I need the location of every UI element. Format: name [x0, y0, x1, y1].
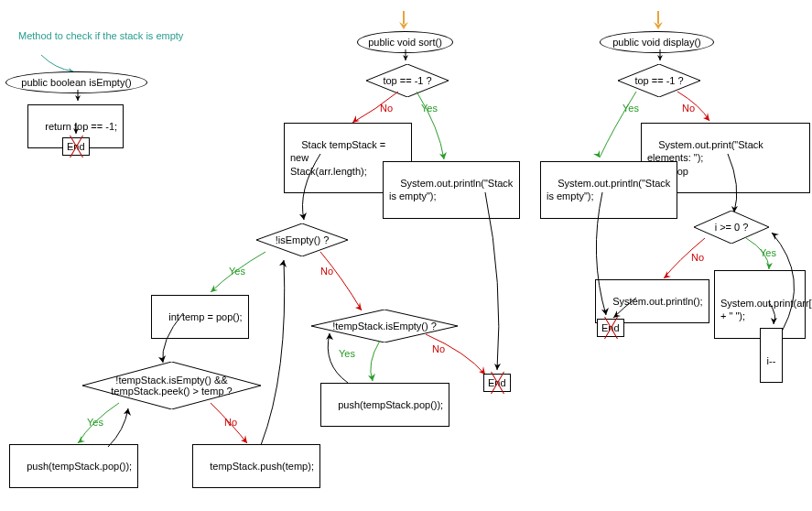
edge-sort-yes1: [412, 92, 467, 165]
edge-sort-2: [293, 154, 330, 225]
edge-display-no1: [673, 92, 728, 126]
end-isempty: End: [62, 137, 90, 156]
decision-display-top-text: top == -1 ?: [634, 75, 683, 86]
flowchart-canvas: Method to check if the stack is empty pu…: [0, 0, 812, 511]
process-return-top-text: return top == -1;: [45, 121, 117, 132]
process-tempstack-push-temp-text: tempStack.push(temp);: [210, 461, 314, 472]
end-display-text: End: [601, 322, 620, 333]
terminal-isempty-text: public boolean isEmpty(): [21, 77, 131, 88]
start-arrow-sort: [398, 11, 409, 31]
edge-sort-loop4: [322, 328, 350, 385]
edge-comment-terminal: [41, 55, 96, 73]
process-i-decrement: i--: [760, 328, 783, 383]
start-arrow-display: [653, 11, 664, 31]
edge-sort-yes4: [362, 341, 398, 386]
terminal-sort-text: public void sort(): [368, 37, 442, 48]
decision-isempty-loop-text: !isEmpty() ?: [276, 234, 330, 245]
process-push-tempstack-pop1-text: push(tempStack.pop());: [27, 461, 132, 472]
decision-sort-top-text: top == -1 ?: [383, 75, 431, 86]
edge-sort-3: [156, 313, 192, 368]
edge-sort-loop3: [108, 403, 135, 449]
comment-isempty: Method to check if the stack is empty: [18, 29, 183, 42]
edge-sort-loop2: [252, 255, 298, 447]
terminal-display-text: public void display(): [612, 37, 701, 48]
process-tempstack-push-temp: tempStack.push(temp);: [192, 444, 320, 488]
edge-display-2: [723, 154, 751, 218]
process-push-tempstack-pop2-text: push(tempStack.pop());: [338, 399, 443, 410]
end-display: End: [597, 319, 624, 337]
decision-tempstack-peek-text: !tempStack.isEmpty() && tempStack.peek()…: [111, 375, 232, 397]
decision-i-ge-0-text: i >= 0 ?: [715, 222, 749, 233]
end-isempty-text: End: [67, 141, 85, 152]
edge-sort-emptyprint-end: [481, 192, 508, 375]
edge-sort-no2: [316, 252, 380, 316]
end-sort-text: End: [488, 377, 506, 388]
edge-display-no2: [659, 238, 714, 284]
edge-display-yes1: [586, 92, 641, 163]
process-push-tempstack-pop1: push(tempStack.pop());: [9, 444, 138, 488]
end-sort: End: [483, 374, 511, 392]
comment-text: Method to check if the stack is empty: [18, 30, 183, 41]
process-i-decrement-text: i--: [767, 355, 776, 366]
process-push-tempstack-pop2: push(tempStack.pop());: [320, 383, 449, 427]
edge-display-loop: [764, 227, 810, 332]
